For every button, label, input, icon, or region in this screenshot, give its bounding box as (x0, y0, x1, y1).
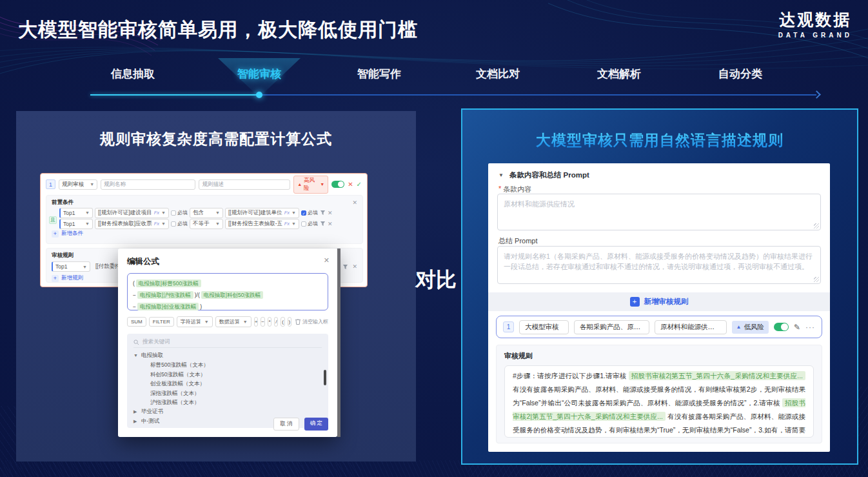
fx-icon: Fx (282, 221, 290, 227)
plus-operator-button[interactable]: + (254, 317, 259, 327)
tab-info-extraction[interactable]: 信息抽取 (101, 66, 165, 81)
timeline-arrow-icon (813, 90, 821, 99)
precondition-section: 前置条件 ✕ 且 Top1▼ [[规划许可证]建设项目名称（...Fx▼ 必填 … (46, 195, 363, 244)
delete-rule-icon[interactable]: ✕ (352, 263, 357, 270)
tree-item[interactable]: 沪指涨跌幅（文本） (133, 398, 322, 407)
left-field-select[interactable]: [[规划许可证]建设项目名称（...Fx▼ (95, 208, 169, 218)
search-input[interactable]: 搜索关键词 (133, 337, 322, 348)
field-reference-chip[interactable]: 招股书审核2|第五节_第四十六条_采购情况和主要供应... (629, 371, 805, 380)
compare-label: 对比 (410, 266, 462, 294)
required-checkbox[interactable]: 必填 (171, 209, 188, 216)
risk-level-select-high[interactable]: ▲ 高风险 ▼ (293, 176, 328, 194)
rule-name-input[interactable]: 规则名称 (101, 179, 195, 190)
chevron-down-icon: ▼ (290, 210, 296, 215)
field-picker-panel: 搜索关键词 ▼电报抽取 标普500涨跌幅（文本） 科创50涨跌幅（文本） 创业板… (127, 334, 328, 428)
tree-group-diploma[interactable]: ▶毕业证书 (133, 407, 322, 417)
right-field-select[interactable]: [[规划许可证]建筑单位（个人...Fx▼ (225, 208, 299, 218)
review-rule-text[interactable]: #步骤：请按序进行以下步骤1.请审核 招股书审核2|第五节_第四十六条_采购情况… (504, 365, 814, 438)
rule-name-box[interactable]: 各期采购产品、原材料、... (574, 320, 649, 334)
scrollbar[interactable] (337, 249, 340, 437)
confirm-rule-icon[interactable]: ✓ (357, 181, 362, 188)
rule-desc-input[interactable]: 规则描述 (199, 179, 290, 190)
open-paren-button[interactable]: ( (281, 317, 284, 327)
field-token-chip[interactable]: 电报抽取|沪指涨跌幅 (137, 291, 193, 299)
clause-textarea[interactable]: 原材料和能源供应情况 (497, 194, 821, 230)
sum-button[interactable]: SUM (127, 317, 146, 327)
cancel-button[interactable]: 取 消 (273, 418, 299, 431)
chevron-down-icon: ▼ (202, 320, 209, 324)
scope-select[interactable]: Top1▼ (59, 219, 93, 229)
confirm-button[interactable]: 确 定 (304, 418, 328, 431)
plus-icon: + (52, 230, 59, 238)
tree-group-telegraph[interactable]: ▼电报抽取 (133, 350, 322, 360)
rule-type-box[interactable]: 大模型审核 (519, 320, 569, 334)
tree-item[interactable]: 科创50涨跌幅（文本） (133, 370, 322, 380)
field-token-chip[interactable]: 电报抽取|标普500涨跌幅 (136, 279, 201, 287)
plus-icon: + (630, 297, 640, 307)
close-icon[interactable]: ✕ (324, 256, 330, 265)
risk-level-badge-low[interactable]: ▲ 低风险 (732, 321, 769, 334)
multiply-operator-button[interactable]: * (268, 317, 271, 327)
scope-select[interactable]: Top1▼ (59, 208, 93, 218)
clause-section-header[interactable]: ▼ 条款内容和总结 Prompt (498, 170, 589, 180)
left-field-select[interactable]: [[财务报表抽取]应收票据及应...Fx▼ (95, 219, 169, 229)
tab-document-parsing[interactable]: 文档解析 (587, 66, 651, 81)
fx-icon: Fx (152, 210, 159, 216)
divide-operator-button[interactable]: / (274, 317, 278, 327)
tree-item[interactable]: 创业板涨跌幅（文本） (133, 379, 322, 389)
edit-formula-dialog: 编辑公式 ✕ (电报抽取|标普500涨跌幅−电报抽取|沪指涨跌幅)/(电报抽取|… (118, 249, 337, 437)
operator-select[interactable]: 不等于▼ (190, 219, 223, 229)
right-field-select[interactable]: [[财务报告主表抽取-五元组]...Fx▼ (225, 219, 299, 229)
add-condition-button[interactable]: + 新增条件 (52, 230, 362, 238)
close-paren-button[interactable]: ) (288, 317, 291, 327)
filter-icon[interactable] (342, 264, 348, 270)
field-token-chip[interactable]: 电报抽取|创业板涨跌幅 (137, 303, 199, 310)
add-review-rule-button[interactable]: + 新增审核规则 (488, 292, 830, 311)
data-ops-select[interactable]: 数据运算▼ (215, 316, 252, 327)
rule-enabled-toggle[interactable] (774, 323, 789, 331)
trash-icon (295, 319, 301, 325)
required-checkbox[interactable]: 必填 (171, 220, 188, 227)
resize-handle[interactable] (814, 277, 819, 282)
minus-operator-button[interactable]: − (261, 317, 265, 327)
string-ops-select[interactable]: 字符运算▼ (177, 316, 213, 327)
scrollbar-thumb[interactable] (324, 370, 326, 385)
summary-prompt-textarea[interactable]: 请对规则名称1（各期采购产品、原材料、能源或接受服务的价格变动情况及趋势）的审核… (497, 246, 821, 284)
chevron-down-icon: ▼ (213, 210, 220, 215)
tree-item[interactable]: 深指涨跌幅（文本） (133, 389, 322, 398)
filter-icon[interactable] (320, 210, 326, 216)
edit-icon[interactable]: ✎ (794, 323, 800, 332)
rule-index-badge: 1 (46, 179, 55, 189)
required-checkbox-checked[interactable]: ✓必填 (301, 209, 318, 216)
tab-document-compare[interactable]: 文档比对 (466, 66, 530, 81)
delete-condition-icon[interactable]: ✕ (328, 221, 333, 227)
delete-condition-icon[interactable]: ✕ (328, 210, 333, 216)
tab-intelligent-writing[interactable]: 智能写作 (347, 66, 411, 81)
brand-logo: 达观数据 DATA GRAND (778, 9, 853, 39)
formula-input[interactable]: (电报抽取|标普500涨跌幅−电报抽取|沪指涨跌幅)/(电报抽取|科创50涨跌幅… (127, 273, 328, 310)
filter-icon[interactable] (320, 221, 326, 227)
review-rules-title: 审核规则 (504, 351, 814, 361)
scope-select[interactable]: Top1▼ (52, 261, 90, 272)
resize-handle[interactable] (814, 223, 819, 228)
close-icon[interactable]: ✕ (352, 199, 357, 206)
rule-enabled-toggle[interactable] (331, 181, 344, 188)
field-token-chip[interactable]: 电报抽取|科创50涨跌幅 (201, 291, 263, 299)
summary-prompt-label: 总结 Prompt (498, 236, 538, 246)
fx-icon: Fx (282, 210, 290, 216)
tab-auto-classification[interactable]: 自动分类 (708, 66, 773, 81)
required-checkbox[interactable]: 必填 (301, 220, 318, 227)
clear-input-button[interactable]: 清空输入框 (295, 318, 328, 325)
tree-item[interactable]: 标普500涨跌幅（文本） (133, 360, 322, 370)
condition-row: Top1▼ [[规划许可证]建设项目名称（...Fx▼ 必填 包含▼ [[规划许… (59, 208, 359, 218)
chevron-down-icon: ▼ (290, 221, 296, 226)
operator-select[interactable]: 包含▼ (190, 208, 223, 218)
rule-clause-box[interactable]: 原材料和能源供应情况 (655, 320, 727, 334)
delete-rule-icon[interactable]: ✕ (348, 181, 353, 188)
page-title: 大模型智能审核简单易用，极大降低使用门槛 (18, 17, 418, 43)
more-options-icon[interactable]: ··· (805, 323, 815, 332)
rule-type-select[interactable]: 规则审核▼ (59, 179, 97, 190)
filter-button[interactable]: FILTER (149, 317, 174, 327)
chevron-down-icon: ▼ (213, 221, 220, 226)
tab-intelligent-review[interactable]: 智能审核 (227, 66, 291, 81)
